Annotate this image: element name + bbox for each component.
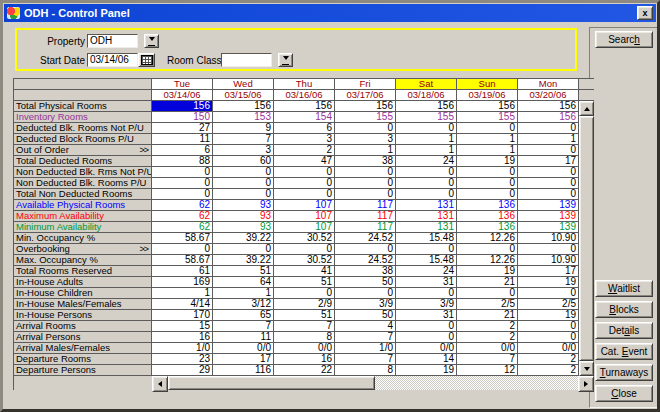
- grid-cell[interactable]: 0: [213, 244, 274, 255]
- grid-cell[interactable]: 139: [518, 200, 579, 211]
- grid-cell[interactable]: 1: [152, 288, 213, 299]
- grid-cell[interactable]: 47: [274, 156, 335, 167]
- grid-cell[interactable]: 61: [152, 266, 213, 277]
- grid-cell[interactable]: 6: [274, 123, 335, 134]
- grid-cell[interactable]: 0: [335, 167, 396, 178]
- grid-cell[interactable]: 7: [335, 354, 396, 365]
- scroll-right-button[interactable]: [578, 376, 594, 392]
- grid-cell[interactable]: 2: [518, 354, 579, 365]
- window-close-button[interactable]: x: [637, 6, 653, 20]
- grid-cell[interactable]: 21: [457, 310, 518, 321]
- grid-cell[interactable]: 107: [274, 211, 335, 222]
- grid-cell[interactable]: 156: [396, 101, 457, 112]
- grid-cell[interactable]: 11: [213, 332, 274, 343]
- grid-cell[interactable]: 14: [396, 354, 457, 365]
- grid-cell[interactable]: 136: [457, 200, 518, 211]
- grid-cell[interactable]: 15.48: [396, 255, 457, 266]
- grid-cell[interactable]: 0: [518, 167, 579, 178]
- grid-cell[interactable]: 0: [213, 178, 274, 189]
- grid-cell[interactable]: 4: [335, 321, 396, 332]
- grid-cell[interactable]: 2/5: [457, 299, 518, 310]
- grid-cell[interactable]: 24.52: [335, 233, 396, 244]
- grid-cell[interactable]: 1: [396, 145, 457, 156]
- grid-cell[interactable]: 0: [518, 332, 579, 343]
- grid-cell[interactable]: 1: [335, 145, 396, 156]
- grid-cell[interactable]: 0: [396, 332, 457, 343]
- titlebar[interactable]: ODH - Control Panel x: [4, 4, 656, 22]
- property-dropdown-button[interactable]: [144, 34, 159, 48]
- grid-cell[interactable]: 0: [396, 167, 457, 178]
- grid-cell[interactable]: 0: [518, 123, 579, 134]
- grid-cell[interactable]: 153: [213, 112, 274, 123]
- grid-cell[interactable]: 17: [518, 156, 579, 167]
- grid-cell[interactable]: 0: [335, 189, 396, 200]
- grid-cell[interactable]: 12: [457, 365, 518, 376]
- start-date-input[interactable]: 03/14/06: [87, 53, 138, 67]
- grid-cell[interactable]: 2: [274, 145, 335, 156]
- grid-cell[interactable]: 0: [335, 123, 396, 134]
- grid-cell[interactable]: 23: [152, 354, 213, 365]
- grid-cell[interactable]: 2/5: [518, 299, 579, 310]
- grid-cell[interactable]: 0: [213, 189, 274, 200]
- grid-cell[interactable]: 117: [335, 222, 396, 233]
- grid-cell[interactable]: 19: [518, 277, 579, 288]
- calendar-button[interactable]: [138, 53, 155, 67]
- grid-cell[interactable]: 0: [213, 167, 274, 178]
- grid-cell[interactable]: 0: [457, 167, 518, 178]
- grid-cell[interactable]: 65: [213, 310, 274, 321]
- grid-cell[interactable]: 0: [457, 189, 518, 200]
- grid-cell[interactable]: 24: [396, 156, 457, 167]
- grid-cell[interactable]: 131: [396, 200, 457, 211]
- grid-cell[interactable]: 21: [457, 277, 518, 288]
- grid-cell[interactable]: 0: [518, 288, 579, 299]
- grid-cell[interactable]: 30.52: [274, 233, 335, 244]
- grid-cell[interactable]: 64: [213, 277, 274, 288]
- grid-cell[interactable]: 0: [274, 178, 335, 189]
- grid-cell[interactable]: 0: [457, 123, 518, 134]
- grid-cell[interactable]: 58.67: [152, 255, 213, 266]
- grid-cell[interactable]: 10.90: [518, 233, 579, 244]
- grid-cell[interactable]: 0: [396, 178, 457, 189]
- grid-cell[interactable]: 155: [335, 112, 396, 123]
- horizontal-scroll-thumb[interactable]: [168, 376, 375, 390]
- row-expander-button[interactable]: >>: [139, 145, 148, 155]
- grid-cell[interactable]: 41: [274, 266, 335, 277]
- room-class-dropdown-button[interactable]: [278, 53, 293, 67]
- grid-cell[interactable]: 50: [335, 310, 396, 321]
- grid-cell[interactable]: 62: [152, 211, 213, 222]
- grid-cell[interactable]: 170: [152, 310, 213, 321]
- grid-cell[interactable]: 117: [335, 211, 396, 222]
- grid-cell-selected[interactable]: 156: [152, 101, 213, 112]
- grid-cell[interactable]: 17: [213, 354, 274, 365]
- grid-cell[interactable]: 107: [274, 222, 335, 233]
- grid-cell[interactable]: 3/9: [335, 299, 396, 310]
- grid-cell[interactable]: 10.90: [518, 255, 579, 266]
- grid-cell[interactable]: 7: [213, 321, 274, 332]
- grid-cell[interactable]: 51: [274, 277, 335, 288]
- grid-cell[interactable]: 7: [274, 321, 335, 332]
- grid-cell[interactable]: 2: [457, 332, 518, 343]
- grid-cell[interactable]: 60: [213, 156, 274, 167]
- grid-cell[interactable]: 0/0: [396, 343, 457, 354]
- grid-cell[interactable]: 139: [518, 222, 579, 233]
- property-input[interactable]: ODH: [87, 34, 138, 48]
- grid-cell[interactable]: 16: [152, 332, 213, 343]
- grid-cell[interactable]: 0: [274, 167, 335, 178]
- grid-cell[interactable]: 8: [274, 332, 335, 343]
- blocks-button[interactable]: Blocks: [595, 301, 653, 318]
- horizontal-scroll-track[interactable]: [375, 376, 578, 390]
- grid-cell[interactable]: 136: [457, 211, 518, 222]
- grid-cell[interactable]: 0/0: [213, 343, 274, 354]
- grid-cell[interactable]: 51: [213, 266, 274, 277]
- grid-cell[interactable]: 156: [213, 101, 274, 112]
- grid-cell[interactable]: 3: [274, 134, 335, 145]
- vertical-scrollbar[interactable]: [579, 101, 594, 376]
- grid-cell[interactable]: 3: [213, 145, 274, 156]
- close-button[interactable]: Close: [595, 385, 653, 402]
- grid-cell[interactable]: 50: [335, 277, 396, 288]
- grid-cell[interactable]: 155: [457, 112, 518, 123]
- grid-cell[interactable]: 19: [457, 156, 518, 167]
- grid-cell[interactable]: 12.26: [457, 255, 518, 266]
- grid-cell[interactable]: 136: [457, 222, 518, 233]
- grid-cell[interactable]: 29: [152, 365, 213, 376]
